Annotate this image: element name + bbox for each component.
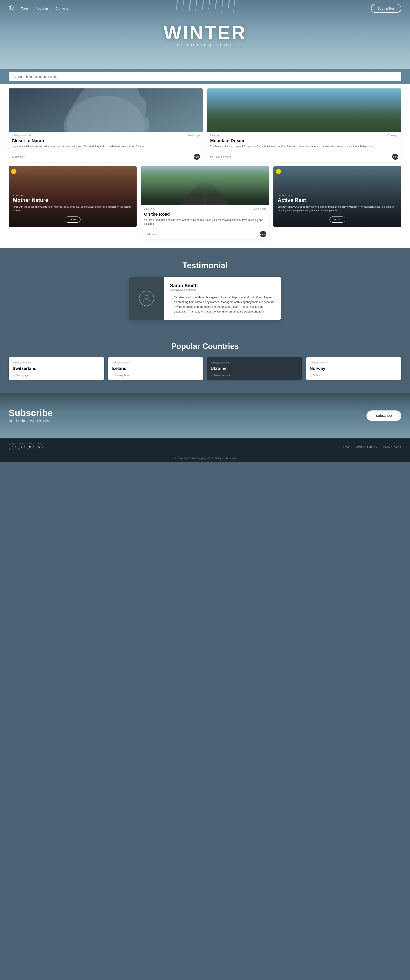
facebook-icon[interactable]: f: [9, 443, 16, 450]
testimonial-title: Testimonial: [9, 261, 401, 270]
card4-desc: You love road trips and can't live witho…: [144, 218, 266, 226]
hero-title: WINTER: [163, 22, 246, 44]
ukraine-tag: holidays/weekend: [211, 361, 299, 364]
switzerland-author: by Bon Voyage: [13, 374, 100, 377]
card4-time: 20 min ago: [254, 207, 266, 210]
card3-title: Mother Nature: [13, 197, 132, 203]
card3-star-badge: ⭐: [11, 169, 16, 174]
card2-more-button[interactable]: more: [392, 154, 398, 160]
testimonial-name: Sarah Smith: [170, 283, 275, 288]
nav-links: Tours About us Contacts: [21, 6, 371, 10]
card2-time: 15 min ago: [386, 134, 398, 137]
card2-author-row: by Travel the World more: [207, 151, 401, 162]
search-icon: [13, 75, 16, 79]
card4-author: by All Tour: [144, 233, 155, 235]
card4-tag: 6 day tour: [144, 207, 155, 210]
card-mother-nature: ⭐ 7 days tour Mother Nature Tired with t…: [9, 166, 136, 227]
card5-content: weekend tour Active Rest You don't know …: [274, 166, 401, 227]
testimonial-tour-type: holidays/weekend tour: [170, 288, 275, 291]
card2-desc: You have a chance to spend 5 days in a 5…: [210, 145, 398, 148]
iceland-author: by Journey Time: [112, 374, 199, 377]
card5-desc: You don't know what to do on your weeken…: [278, 205, 397, 212]
search-input[interactable]: [18, 75, 397, 78]
footer-social: f t in G: [9, 443, 43, 450]
book-tour-button[interactable]: Book a Tour: [371, 4, 401, 13]
footer: f t in G FAQS TERMS OF SERVICE PRIVACY P…: [0, 438, 410, 455]
globe-icon: [9, 5, 14, 12]
footer-faqs[interactable]: FAQS: [344, 445, 350, 448]
card1-body: Closer to Nature If you love wild nature…: [9, 137, 203, 151]
linkedin-icon[interactable]: in: [27, 443, 34, 450]
card1-title: Closer to Nature: [12, 138, 200, 143]
testimonial-quote: My friends told me about this agency. I …: [170, 295, 275, 314]
testimonial-avatar: [129, 277, 164, 320]
card5-tag: weekend tour: [278, 194, 397, 196]
footer-terms[interactable]: TERMS OF SERVICE: [354, 445, 377, 448]
card2-author: by Travel the World: [210, 155, 231, 158]
testimonial-section: Testimonial Sarah Smith holidays/weekend…: [0, 248, 410, 333]
search-bar: [9, 72, 401, 81]
card4-body: On the Road You love road trips and can'…: [141, 211, 269, 229]
card5-more-button[interactable]: more: [329, 216, 345, 223]
card3-tag: 7 days tour: [13, 194, 132, 196]
country-card-norway[interactable]: holidays/weekend Norway by All Tour: [306, 357, 402, 380]
card4-meta: 6 day tour 20 min ago: [141, 205, 269, 211]
card-closer-to-nature: holidays/weekend 10 min ago Closer to Na…: [9, 88, 203, 162]
card2-title: Mountain Dream: [210, 138, 398, 143]
switzerland-name: Switzerland: [13, 366, 100, 371]
ukraine-name: Ukraine: [211, 366, 299, 371]
card4-more-button[interactable]: more: [260, 231, 266, 237]
google-icon[interactable]: G: [36, 443, 43, 450]
nav-tours[interactable]: Tours: [21, 6, 29, 10]
card1-author-row: by TravelMe more: [9, 151, 203, 162]
svg-point-17: [145, 295, 148, 299]
popular-countries-title: Popular Countries: [9, 342, 401, 351]
card5-star-badge: ⭐: [276, 169, 281, 174]
card2-body: Mountain Dream You have a chance to spen…: [207, 137, 401, 151]
country-card-ukraine[interactable]: holidays/weekend Ukraine by Travel the W…: [207, 357, 302, 380]
footer-copyright: All Over the World © Copyright 2022 | Al…: [0, 455, 410, 462]
card2-meta: 5 day tour 15 min ago: [207, 132, 401, 137]
subscribe-section: Subscribe be the first who knows subscri…: [0, 393, 410, 438]
popular-countries-section: Popular Countries holidays/weekend Switz…: [0, 333, 410, 393]
norway-author: by All Tour: [310, 374, 398, 377]
card2-tag: 5 day tour: [210, 134, 221, 137]
hero-subtitle: is coming soon: [177, 42, 233, 48]
footer-privacy[interactable]: PRIVACY POLICY: [382, 445, 401, 448]
footer-links: FAQS TERMS OF SERVICE PRIVACY POLICY: [344, 445, 401, 448]
subscribe-title: Subscribe: [9, 408, 52, 418]
testimonial-card: Sarah Smith holidays/weekend tour My fri…: [129, 277, 281, 320]
subscribe-button[interactable]: subscribe: [366, 410, 401, 421]
card4-title: On the Road: [144, 212, 266, 217]
card3-more-button[interactable]: more: [65, 216, 81, 223]
card1-more-button[interactable]: more: [194, 154, 200, 160]
norway-name: Norway: [310, 366, 398, 371]
cards-bottom-row: ⭐ 7 days tour Mother Nature Tired with t…: [9, 166, 401, 239]
country-card-iceland[interactable]: holidays/weekend Iceland by Journey Time: [108, 357, 204, 380]
card3-content: 7 days tour Mother Nature Tired with the…: [9, 166, 136, 227]
nav-contacts[interactable]: Contacts: [55, 6, 68, 10]
card1-desc: If you love wild natures and adventures,…: [12, 145, 200, 148]
countries-grid: holidays/weekend Switzerland by Bon Voya…: [9, 357, 401, 380]
twitter-icon[interactable]: t: [18, 443, 25, 450]
testimonial-body: Sarah Smith holidays/weekend tour My fri…: [164, 277, 281, 320]
svg-point-13: [13, 75, 15, 77]
card-on-the-road: 6 day tour 20 min ago On the Road You lo…: [141, 166, 269, 239]
nav-about[interactable]: About us: [36, 6, 49, 10]
avatar-circle: [139, 291, 154, 306]
card1-time: 10 min ago: [188, 134, 200, 137]
country-card-switzerland[interactable]: holidays/weekend Switzerland by Bon Voya…: [9, 357, 104, 380]
card3-desc: Tired with the bustle and want to relax …: [13, 205, 132, 212]
norway-tag: holidays/weekend: [310, 361, 398, 364]
card4-author-row: by All Tour more: [141, 229, 269, 239]
svg-line-14: [15, 77, 16, 78]
switzerland-tag: holidays/weekend: [13, 361, 100, 364]
card-active-rest: ⭐ weekend tour Active Rest You don't kno…: [274, 166, 401, 227]
card1-meta: holidays/weekend 10 min ago: [9, 132, 203, 137]
cards-top-row: holidays/weekend 10 min ago Closer to Na…: [9, 88, 401, 162]
card-mountain-dream: 5 day tour 15 min ago Mountain Dream You…: [207, 88, 401, 162]
search-section: [0, 69, 410, 84]
ukraine-author: by Travel the World: [211, 374, 299, 377]
card1-tag: holidays/weekend: [12, 134, 30, 137]
iceland-tag: holidays/weekend: [112, 361, 199, 364]
